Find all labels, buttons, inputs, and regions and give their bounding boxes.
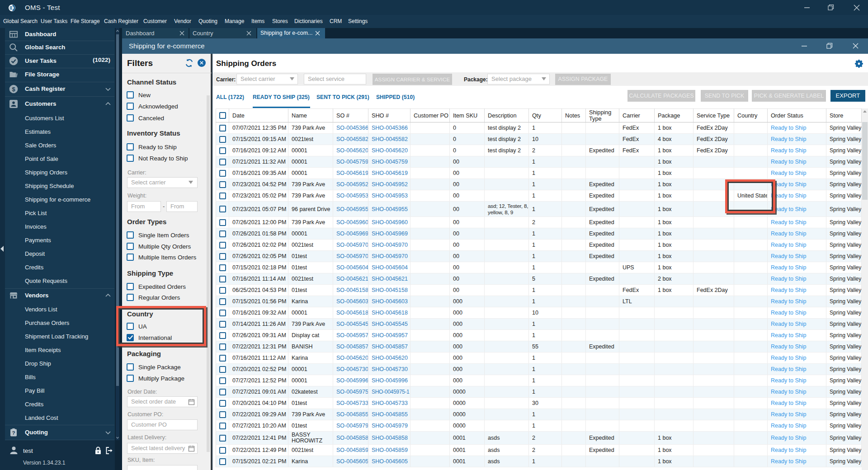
svg-text:$: $ — [12, 86, 15, 93]
svg-text:?: ? — [12, 430, 15, 436]
